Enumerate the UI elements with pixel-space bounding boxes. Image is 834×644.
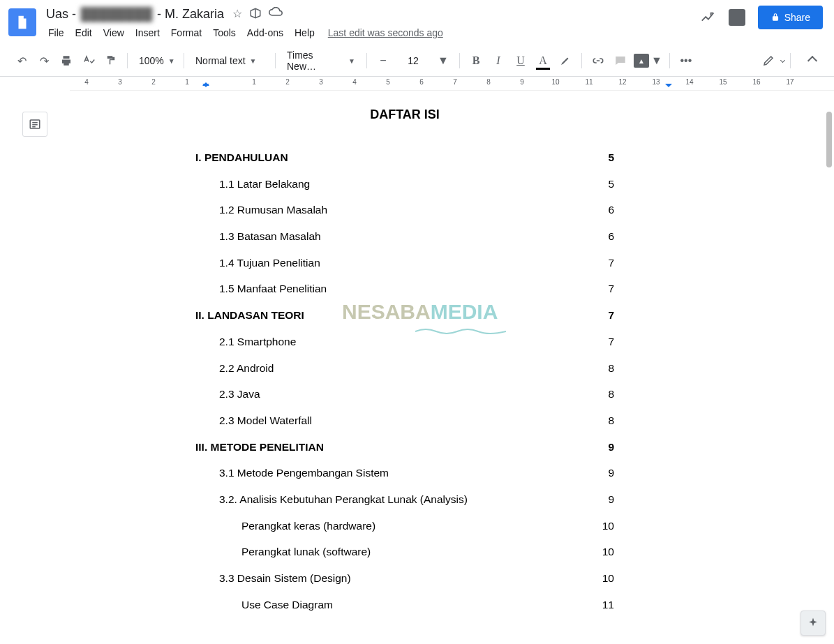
toc-title: Activity Diagram (241, 623, 320, 624)
toc-title: II. LANDASAN TEORI (195, 308, 304, 323)
ruler-mark: 4 (338, 78, 371, 86)
toc-page: 5 (593, 150, 614, 165)
underline-button[interactable]: U (512, 52, 530, 70)
menu-help[interactable]: Help (290, 24, 320, 41)
ruler-mark: 6 (405, 78, 438, 86)
toc-row[interactable]: I. PENDAHULUAN5 (195, 150, 614, 165)
font-size-select[interactable]: 12 (396, 55, 430, 66)
last-edit-link[interactable]: Last edit was seconds ago (328, 27, 443, 38)
text-color-button[interactable]: A (534, 52, 552, 70)
toc-title: 2.3 Model Waterfall (219, 413, 312, 428)
zoom-select[interactable]: 100%▼ (135, 55, 177, 66)
separator (790, 53, 791, 68)
ruler-mark: 2 (137, 78, 170, 86)
highlight-button[interactable] (556, 52, 574, 70)
toc-page: 10 (593, 518, 614, 534)
menu-edit[interactable]: Edit (70, 24, 97, 41)
menu-format[interactable]: Format (166, 24, 207, 41)
horizontal-ruler[interactable]: 43211234567891011121314151617 (70, 77, 834, 91)
insert-link-button[interactable] (589, 52, 607, 70)
toc-row[interactable]: III. METODE PENELITIAN9 (195, 440, 614, 455)
toc-page: 11 (593, 623, 614, 624)
explore-button[interactable] (801, 611, 826, 636)
italic-button[interactable]: I (489, 52, 507, 70)
editing-mode-button[interactable] (759, 52, 777, 70)
toc-row[interactable]: 1.3 Batasan Masalah6 (219, 229, 614, 244)
ruler-mark: 4 (70, 78, 103, 86)
collapse-toolbar-button[interactable] (803, 52, 821, 70)
paint-format-button[interactable] (102, 52, 120, 70)
separator (366, 53, 367, 68)
separator (275, 53, 276, 68)
ruler-mark: 17 (773, 78, 807, 86)
toc-row[interactable]: 1.1 Latar Belakang5 (219, 177, 614, 192)
add-comment-button[interactable] (611, 52, 630, 70)
toc-row[interactable]: 2.3 Model Waterfall8 (219, 413, 614, 428)
star-icon[interactable]: ☆ (232, 7, 242, 22)
toc-page: 7 (593, 281, 614, 297)
toc-title: I. PENDAHULUAN (195, 150, 288, 165)
menu-file[interactable]: File (43, 24, 69, 41)
spellcheck-button[interactable] (80, 52, 98, 70)
toc-title: III. METODE PENELITIAN (195, 440, 324, 455)
toc-page: 8 (593, 387, 614, 402)
toc-row[interactable]: 2.3 Java8 (219, 387, 614, 402)
activity-icon[interactable] (699, 9, 716, 26)
toc-row[interactable]: 1.4 Tujuan Penelitian7 (219, 255, 614, 271)
cloud-status-icon[interactable] (269, 7, 283, 22)
toc-row[interactable]: 2.1 Smartphone7 (219, 334, 614, 350)
indent-left-marker[interactable] (202, 84, 209, 91)
toc-row[interactable]: Use Case Diagram11 (241, 597, 614, 613)
move-icon[interactable] (249, 7, 262, 22)
menu-addons[interactable]: Add-ons (242, 24, 288, 41)
toc-title: 2.3 Java (219, 387, 260, 402)
insert-image-button[interactable]: ▲▼ (634, 52, 662, 70)
toc-row[interactable]: 3.1 Metode Pengembangan Sistem9 (219, 465, 614, 481)
toc-title: 1.1 Latar Belakang (219, 177, 310, 192)
toc-title: 1.5 Manfaat Penelitian (219, 281, 327, 297)
bold-button[interactable]: B (467, 52, 485, 70)
doc-heading: DAFTAR ISI (195, 107, 614, 122)
document-title[interactable]: Uas - ████████ - M. Zakaria (43, 6, 227, 23)
separator (581, 53, 582, 68)
undo-button[interactable]: ↶ (13, 52, 31, 70)
menu-view[interactable]: View (98, 24, 129, 41)
share-label: Share (784, 12, 810, 23)
toc-page: 5 (593, 177, 614, 192)
comments-icon[interactable] (729, 9, 745, 26)
toc-row[interactable]: 1.5 Manfaat Penelitian7 (219, 281, 614, 297)
font-select[interactable]: Times New…▼ (283, 50, 359, 72)
toc-page: 6 (593, 229, 614, 244)
menu-tools[interactable]: Tools (208, 24, 241, 41)
toc-row[interactable]: Perangkat lunak (software)10 (241, 544, 614, 560)
toc-row[interactable]: Perangkat keras (hardware)10 (241, 518, 614, 534)
font-size-decrease[interactable]: − (374, 52, 392, 70)
print-button[interactable] (57, 52, 75, 70)
more-tools-button[interactable]: ••• (677, 52, 695, 70)
document-page[interactable]: DAFTAR ISI I. PENDAHULUAN51.1 Latar Bela… (70, 91, 677, 624)
menu-insert[interactable]: Insert (131, 24, 165, 41)
redo-button[interactable]: ↷ (35, 52, 53, 70)
toc-row[interactable]: II. LANDASAN TEORI7 (195, 308, 614, 323)
ruler-mark: 11 (572, 78, 606, 86)
separator (127, 53, 128, 68)
font-size-increase[interactable]: ▼ (434, 52, 452, 70)
toc-page: 9 (593, 465, 614, 481)
ruler-mark: 8 (472, 78, 505, 86)
toc-page: 9 (593, 440, 614, 455)
ruler-mark: 2 (271, 78, 304, 86)
indent-right-marker[interactable] (665, 84, 672, 91)
docs-logo-icon[interactable] (8, 8, 36, 36)
toc-page: 7 (593, 308, 614, 323)
toc-row[interactable]: 1.2 Rumusan Masalah6 (219, 202, 614, 218)
toc-row[interactable]: 3.2. Analisis Kebutuhan Perangkat Lunak … (219, 492, 614, 507)
ruler-mark: 10 (539, 78, 572, 86)
vertical-scrollbar[interactable] (826, 112, 832, 167)
toc-row[interactable]: 2.2 Android8 (219, 361, 614, 376)
ruler-mark: 14 (673, 78, 706, 86)
paragraph-style-select[interactable]: Normal text▼ (191, 55, 268, 66)
toc-row[interactable]: 3.3 Desain Sistem (Design)10 (219, 571, 614, 586)
toc-row[interactable]: Activity Diagram11 (241, 623, 614, 624)
show-outline-button[interactable] (22, 112, 47, 137)
share-button[interactable]: Share (758, 6, 823, 29)
